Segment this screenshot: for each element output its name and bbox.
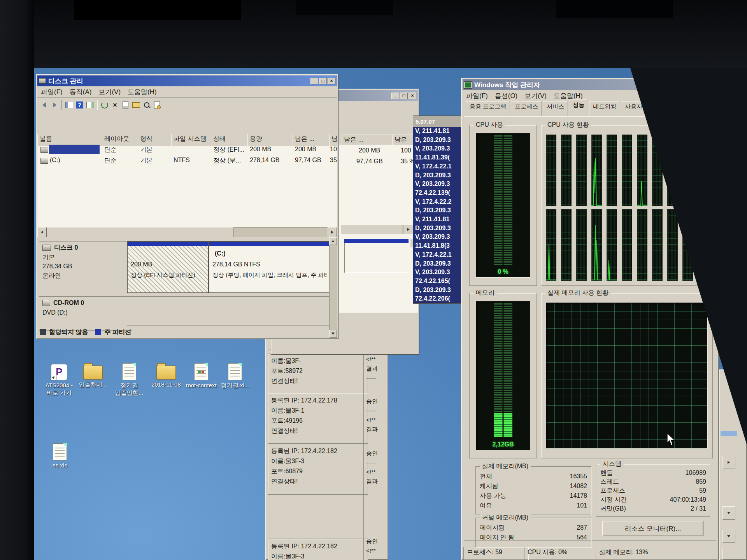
help-icon[interactable]: ? <box>74 100 85 110</box>
refresh-icon[interactable] <box>99 100 110 110</box>
disk-management-window[interactable]: 디스크 관리 _ □ × 파일(F) 동작(A) 보기(V) 도움말(H) ? … <box>36 74 338 339</box>
cpu-core-history-panel <box>698 209 708 281</box>
shortcut-arrow-icon <box>51 375 56 380</box>
desktop-icon-folder-2[interactable]: 2018-11-08 <box>147 362 185 388</box>
memory-group-label: 메모리 <box>473 289 497 297</box>
disk0-label: 디스크 0 <box>54 244 78 251</box>
menu-action[interactable]: 동작(A) <box>66 86 95 98</box>
p-document-icon: P <box>51 364 67 380</box>
system-group-label: 시스템 <box>600 460 624 468</box>
minimize-button[interactable]: _ <box>310 78 318 84</box>
tab-networking[interactable]: 네트워킹 <box>589 101 620 117</box>
back-icon[interactable] <box>39 100 49 110</box>
cpu-usage-group-label: CPU 사용 <box>473 121 505 129</box>
menu-help[interactable]: 도움말(H) <box>124 86 160 98</box>
menu-file[interactable]: 파일(F) <box>37 86 66 98</box>
close-button[interactable]: × <box>328 78 335 84</box>
connection-record: 이름:물3F- 포트:58972 연결상태! <box>268 353 368 394</box>
cpu-core-history-panel <box>652 209 663 281</box>
desktop-icon-root-context[interactable]: root-context <box>182 362 220 389</box>
manage-icon[interactable] <box>152 100 162 110</box>
cdrom-info-cell[interactable]: CD-ROM 0 DVD (D:) <box>39 296 132 331</box>
document-icon <box>53 443 67 460</box>
scroll-up-button[interactable] <box>329 237 337 245</box>
delete-icon[interactable]: × <box>110 100 120 110</box>
partition-c[interactable]: (C:) 278,14 GB NTFS 정상 (부팅, 페이지 파일, 크래시 … <box>209 241 330 293</box>
desktop-icon-ssxls[interactable]: ss.xls <box>41 443 79 469</box>
kernel-memory-group: 커널 메모리(MB) 페이지됨287 페이지 안 됨564 <box>475 518 591 547</box>
cpu-core-history-panel <box>637 209 647 281</box>
properties-icon[interactable] <box>120 100 131 110</box>
cpu-core-history-panel <box>576 209 587 281</box>
disk0-info-cell[interactable]: 디스크 0 기본 278,34 GB 온라인 <box>39 241 132 297</box>
tab-users[interactable]: 사용자 <box>621 101 646 117</box>
tab-processes[interactable]: 프로세스 <box>511 101 542 117</box>
cpu-history-row <box>546 209 709 281</box>
scroll-button[interactable] <box>722 456 735 469</box>
maximize-button[interactable]: □ <box>400 93 408 99</box>
maximize-button[interactable]: □ <box>319 78 327 84</box>
disk-management-titlebar[interactable]: 디스크 관리 _ □ × <box>37 75 337 86</box>
cpu-core-history-panel <box>546 209 556 281</box>
horizontal-scrollbar[interactable] <box>341 225 413 234</box>
task-manager-statusbar: 프로세스: 59 CPU 사용: 0% 실제 메모리: 13% <box>463 545 717 558</box>
scroll-button[interactable] <box>722 506 735 520</box>
disk-graphic-area: 디스크 0 기본 278,34 GB 온라인 200 MB 정상 (EFI 시스… <box>37 237 337 338</box>
forward-icon[interactable] <box>49 100 60 110</box>
close-button[interactable]: × <box>409 93 416 99</box>
desktop-icon-document-2[interactable]: 정기권.xl... <box>216 362 254 389</box>
memory-group: 메모리 2,12GB <box>469 293 537 458</box>
menu-view[interactable]: 보기(V) <box>521 90 550 102</box>
search-icon[interactable] <box>141 100 152 110</box>
task-manager-titlebar[interactable]: Windows 작업 관리자 _ □ × <box>463 79 717 90</box>
cpu-core-history-panel <box>591 135 602 206</box>
status-cpu: CPU 사용: 0% <box>524 547 600 560</box>
action-pane-icon[interactable] <box>85 100 95 110</box>
physical-memory-label: 실제 메모리(MB) <box>480 462 531 471</box>
system-group: 시스템 핸들106989 스레드859 프로세스59 지정 시간407:00:1… <box>596 464 710 517</box>
partition-color-band <box>128 242 208 246</box>
menu-file[interactable]: 파일(F) <box>463 90 491 102</box>
volume-row[interactable]: 단순 기본 정상 (EFI... 200 MB 200 MB 100 % <box>37 144 337 155</box>
minimize-button[interactable]: _ <box>691 82 699 88</box>
desktop-icon-ats2004[interactable]: P ATS2004 -바로 가기 <box>40 362 78 397</box>
volume-row[interactable]: (C:) 단순 기본 NTFS 정상 (부... 278,14 GB 97,74… <box>37 155 337 166</box>
task-manager-window[interactable]: Windows 작업 관리자 _ □ × 파일(F) 옵션(O) 보기(V) 도… <box>461 78 719 560</box>
open-folder-icon[interactable] <box>131 100 141 110</box>
scroll-right-button[interactable] <box>328 227 337 237</box>
history-accent <box>721 431 737 436</box>
scroll-down-button[interactable] <box>329 330 337 338</box>
maximize-button[interactable]: □ <box>700 82 707 88</box>
scroll-thumb[interactable] <box>47 227 233 237</box>
console-title: 5.07.07 <box>416 118 435 125</box>
cpu-core-history-panel <box>682 209 693 281</box>
task-manager-icon <box>464 82 472 88</box>
config-badge-icon <box>202 371 204 373</box>
vertical-scrollbar[interactable] <box>329 237 337 338</box>
scroll-thumb[interactable] <box>341 225 402 234</box>
tab-performance[interactable]: 성능 <box>569 100 588 117</box>
scroll-button[interactable] <box>722 530 735 543</box>
legend-label: 주 파티션 <box>104 328 131 336</box>
tab-services[interactable]: 서비스 <box>543 101 568 117</box>
cdrom-icon <box>42 300 50 306</box>
scroll-right-button[interactable] <box>404 225 413 234</box>
partition-efi[interactable]: 200 MB 정상 (EFI 시스템 파티션) <box>127 241 209 293</box>
scroll-left-button[interactable] <box>37 227 47 237</box>
desktop-icon-folder-1[interactable]: 입출차데... <box>74 362 112 388</box>
ceiling-area <box>0 0 747 68</box>
memory-history-panel <box>546 303 708 449</box>
menu-options[interactable]: 옵션(O) <box>491 90 521 102</box>
cpu-core-history-panel <box>622 209 632 281</box>
disk-drive-icon <box>39 78 46 84</box>
desktop-icon-document-1[interactable]: 정기권입출입현... <box>110 362 148 397</box>
horizontal-scrollbar[interactable] <box>37 227 337 237</box>
tab-applications[interactable]: 응용 프로그램 <box>466 101 510 117</box>
close-button[interactable]: × <box>708 82 716 88</box>
resource-monitor-button[interactable]: 리소스 모니터(R)... <box>602 521 703 536</box>
menu-view[interactable]: 보기(V) <box>95 86 124 98</box>
memory-gauge: 2,12GB <box>476 301 530 450</box>
console-tree-icon[interactable] <box>64 100 74 110</box>
minimize-button[interactable]: _ <box>391 93 399 99</box>
window-title: Windows 작업 관리자 <box>474 80 691 89</box>
